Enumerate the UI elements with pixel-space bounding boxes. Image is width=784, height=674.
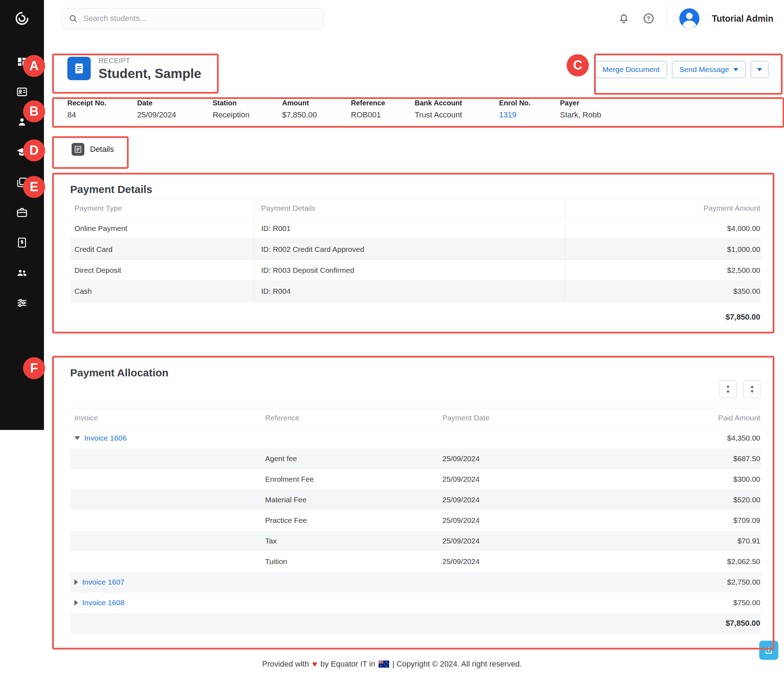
sidebar-item-agents[interactable] [15, 266, 29, 280]
help-button[interactable]: ? [642, 12, 655, 25]
enrol-no-link[interactable]: 1319 [499, 110, 516, 119]
australia-flag-icon [378, 660, 389, 668]
collapse-all-button[interactable] [743, 380, 761, 398]
paid-amount: $750.00 [611, 598, 761, 607]
avatar-person-icon [678, 8, 700, 30]
layers-icon [16, 176, 28, 188]
col-paid-amount: Paid Amount [611, 413, 761, 422]
invoice-row: Invoice 1606 $4,350.00 [70, 428, 761, 448]
payment-allocation-table: Invoice Reference Payment Date Paid Amou… [70, 408, 761, 633]
app-logo[interactable] [0, 0, 44, 37]
dashboard-icon [16, 56, 28, 68]
info-field-date: Date 25/09/2024 [137, 99, 213, 120]
paid-amount: $4,350.00 [611, 434, 761, 442]
col-reference: Reference [265, 413, 442, 422]
col-payment-type: Payment Type [70, 199, 254, 218]
sidebar-item-finance[interactable] [15, 236, 29, 250]
col-payment-details: Payment Details [254, 199, 565, 218]
fee-row: Material Fee 25/09/2024 $520.00 [70, 490, 761, 510]
col-payment-date: Payment Date [442, 413, 611, 422]
payment-details-total: $7,850.00 [70, 302, 761, 332]
receipt-info-bar: Receipt No. 84 Date 25/09/2024 Station R… [44, 81, 784, 120]
expand-all-icon [723, 385, 733, 394]
graduation-cap-icon [16, 146, 28, 158]
receipt-titles: RECEIPT Student, Sample [98, 57, 201, 81]
table-row: Online Payment ID: R001 $4,000.00 [70, 218, 761, 239]
send-message-button[interactable]: Send Message [672, 61, 746, 78]
sidebar-item-academics[interactable] [15, 145, 29, 159]
more-actions-button[interactable] [751, 61, 768, 78]
people-icon [16, 267, 28, 279]
invoice-row: Invoice 1607 $2,750.00 [70, 572, 761, 593]
search-icon [68, 14, 78, 23]
scroll-top-button[interactable] [759, 641, 778, 660]
main-content: RECEIPT Student, Sample Merge Document S… [44, 37, 784, 633]
footer: Provided with ♥ by Equator IT in | Copyr… [0, 659, 784, 669]
sidebar-item-services[interactable] [15, 205, 29, 220]
search-input[interactable] [82, 14, 317, 23]
table-row: Credit Card ID: R002 Credit Card Approve… [70, 239, 761, 260]
receipt-doc-icon [67, 57, 91, 80]
info-field-payer: Payer Stark, Robb [560, 99, 601, 120]
invoice-link[interactable]: Invoice 1607 [82, 578, 124, 587]
tab-bar: Details [44, 139, 784, 160]
payment-details-section: Payment Details Payment Type Payment Det… [70, 183, 761, 333]
chevron-down-icon [757, 68, 762, 71]
info-field-reference: Reference ROB001 [351, 99, 415, 120]
tab-details[interactable]: Details [67, 139, 124, 160]
fee-row: Tuition 25/09/2024 $2,062.50 [70, 551, 761, 572]
merge-document-button[interactable]: Merge Document [595, 61, 667, 78]
collapse-caret-icon[interactable] [75, 436, 80, 440]
invoice-link[interactable]: Invoice 1606 [84, 434, 126, 442]
tab-details-label: Details [90, 145, 114, 154]
info-field-enrol-no: Enrol No. 1319 [499, 99, 560, 120]
heart-icon: ♥ [312, 659, 317, 669]
expand-caret-icon[interactable] [75, 600, 78, 605]
table-row: Cash ID: R004 $350.00 [70, 281, 761, 302]
brand-logo-icon [14, 10, 31, 27]
invoice-row: Invoice 1608 $750.00 [70, 593, 761, 613]
payment-allocation-top: Payment Allocation [70, 367, 761, 398]
allocation-actions [719, 380, 761, 398]
sidebar-nav [0, 55, 44, 310]
sliders-icon [16, 297, 28, 309]
allocation-total: $7,850.00 [611, 619, 761, 628]
sidebar-item-dashboard[interactable] [15, 55, 29, 69]
payment-details-header-row: Payment Type Payment Details Payment Amo… [70, 199, 761, 218]
sidebar-item-staff[interactable] [15, 115, 29, 129]
user-avatar[interactable] [678, 8, 700, 30]
info-field-bank-account: Bank Account Trust Account [415, 99, 499, 120]
page-title: Student, Sample [98, 66, 201, 81]
fee-row: Enrolment Fee 25/09/2024 $300.00 [70, 469, 761, 490]
receipt-kind-label: RECEIPT [98, 57, 201, 65]
payment-details-title: Payment Details [70, 183, 761, 195]
collapse-all-icon [748, 385, 757, 394]
notifications-button[interactable] [617, 12, 630, 25]
sidebar-item-contacts[interactable] [15, 85, 29, 99]
expand-caret-icon[interactable] [75, 579, 78, 585]
col-invoice: Invoice [70, 413, 265, 422]
sidebar-item-courses[interactable] [15, 175, 29, 189]
paid-amount: $2,750.00 [611, 578, 761, 587]
fee-row: Tax 25/09/2024 $70.91 [70, 531, 761, 551]
chevron-down-icon [733, 68, 738, 71]
upload-arrow-icon [764, 645, 774, 655]
receipt-header: RECEIPT Student, Sample Merge Document S… [44, 37, 784, 81]
info-field-amount: Amount $7,850.00 [282, 99, 351, 120]
topbar-right: ? Tutorial Admin [617, 8, 784, 30]
student-search-box [62, 8, 324, 29]
col-payment-amount: Payment Amount [565, 199, 761, 218]
invoice-dollar-icon [16, 237, 28, 249]
fee-row: Practice Fee 25/09/2024 $709.09 [70, 510, 761, 531]
svg-text:?: ? [647, 15, 650, 22]
allocation-header-row: Invoice Reference Payment Date Paid Amou… [70, 408, 761, 428]
topbar-divider [667, 8, 667, 30]
info-field-station: Station Receiption [213, 99, 282, 120]
allocation-total-row: $7,850.00 [70, 613, 761, 633]
user-name: Tutorial Admin [712, 14, 773, 24]
details-tab-icon [72, 143, 84, 156]
sidebar-item-settings[interactable] [15, 296, 29, 310]
payment-allocation-section: Payment Allocation Invoice Reference Pay… [70, 367, 761, 633]
expand-all-button[interactable] [719, 380, 737, 398]
invoice-link[interactable]: Invoice 1608 [82, 598, 124, 607]
